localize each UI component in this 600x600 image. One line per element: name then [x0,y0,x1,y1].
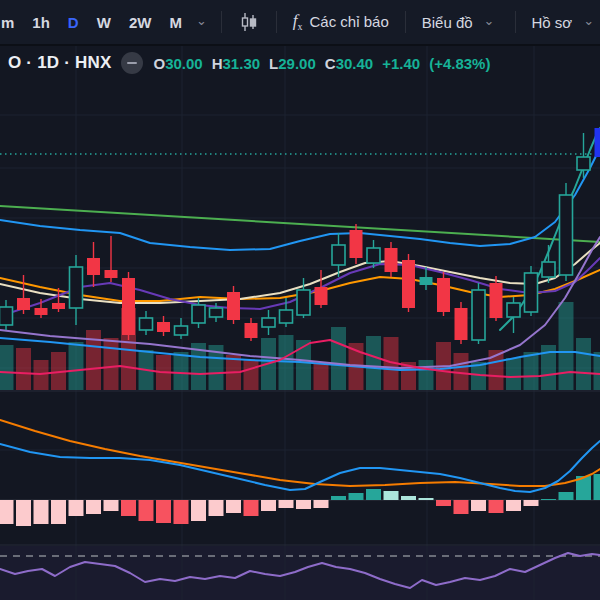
chart-canvas[interactable] [0,0,600,600]
change-value: +1.40 [382,55,420,72]
profile-menu-button[interactable]: Hồ sơ ⌄ [526,9,600,36]
candle-body-up [420,277,433,285]
collapse-legend-button[interactable] [121,52,143,74]
volume-bar [16,348,31,390]
ohlc-values: O30.00 H31.30 L29.00 C30.40 +1.40 (+4.83… [153,55,490,72]
macd-histogram-bar [349,493,364,500]
timeframe-button-1w[interactable]: W [89,9,119,36]
macd-histogram-bar [524,500,539,506]
fx-icon: fx [293,11,303,32]
candle-body-down [402,260,415,308]
indicators-button[interactable]: fx Các chỉ báo [287,6,395,37]
candle-body-down [490,283,503,318]
candle-body-down [350,230,363,258]
candle-body-up [70,267,83,308]
macd-histogram-bar [86,500,101,514]
volume-bar [506,358,521,390]
candle-body-up [472,290,485,340]
volume-bar [174,352,189,390]
macd-histogram-bar [454,500,469,514]
lower-pane-background [0,546,600,600]
macd-histogram-bar [296,500,311,509]
profile-chevron-down-icon: ⌄ [579,13,598,28]
close-label: C [325,55,336,72]
candle-body-down [437,278,450,312]
volume-bar [366,336,381,390]
timeframe-button-1h[interactable]: 1h [24,9,58,36]
candle-body-up [0,307,13,325]
timeframe-button-1d[interactable]: D [60,9,87,36]
low-value: 29.00 [278,55,316,72]
volume-bar [454,353,469,390]
volume-bar [34,360,49,390]
candle-body-up [560,195,573,275]
volume-bar [314,363,329,390]
macd-histogram-bar [314,500,329,508]
candle-body-up [262,318,275,327]
chart-menu-button[interactable]: Biểu đồ ⌄ [416,9,505,36]
macd-histogram-bar [244,500,259,516]
macd-histogram-bar [331,496,346,500]
macd-histogram-bar [69,500,84,516]
candle-body-up [280,310,293,323]
trading-app: m 1h D W 2W M ⌄ fx Các chỉ báo Biểu đồ ⌄ [0,0,600,600]
candle-body-down [105,270,118,278]
candle-body-down [17,298,30,310]
macd-histogram-bar [139,500,154,521]
timeframe-button-2w[interactable]: 2W [121,9,160,36]
timeframe-chevron-down-icon[interactable]: ⌄ [192,13,211,28]
macd-histogram-bar [279,500,294,508]
timeframe-button-m[interactable]: m [0,9,22,36]
macd-histogram-bar [156,500,171,523]
candle-body-up [542,262,555,277]
candle-body-down [52,303,65,309]
volume-bar [0,345,14,390]
macd-histogram-bar [104,500,119,511]
macd-histogram-bar [34,500,49,524]
low-label: L [269,55,278,72]
minus-icon [127,62,137,64]
macd-histogram-bar [209,500,224,516]
candle-body-up [297,290,310,315]
macd-histogram-bar [261,500,276,511]
candle-body-up [175,326,188,335]
candle-body-up [507,303,520,317]
macd-histogram-bar [489,500,504,513]
volume-bar [419,360,434,390]
macd-histogram-bar [559,492,574,500]
candle-body-down [245,323,258,338]
macd-histogram-bar [506,500,521,511]
toolbar-divider [276,11,277,33]
candle-body-up [332,245,345,265]
high-value: 31.30 [223,55,261,72]
volume-bar [104,338,119,390]
macd-histogram-bar [471,500,486,511]
candle-body-down [157,322,170,332]
macd-histogram-bar [436,500,451,506]
profile-label: Hồ sơ [532,14,573,31]
timeframe-button-1m[interactable]: M [161,9,190,36]
volume-bar [524,352,539,390]
macd-histogram-bar [226,500,241,513]
symbol-title: O · 1D · HNX [8,53,111,73]
macd-histogram-bar [594,474,600,500]
chart-style-button[interactable] [232,6,266,38]
candlestick-icon [238,11,260,33]
top-toolbar: m 1h D W 2W M ⌄ fx Các chỉ báo Biểu đồ ⌄ [0,0,600,46]
macd-histogram-bar [174,500,189,524]
candle-body-up [367,248,380,263]
macd-histogram-bar [384,491,399,500]
toolbar-divider [405,11,406,33]
volume-bar [69,342,84,390]
volume-bar [594,352,600,390]
symbol-legend: O · 1D · HNX O30.00 H31.30 L29.00 C30.40… [8,52,490,74]
candle-body-last-blue [595,128,600,157]
candle-body-down [87,258,100,275]
macd-histogram-bar [16,500,31,526]
volume-bar [331,327,346,390]
close-value: 30.40 [336,55,374,72]
candle-body-down [35,308,48,315]
macd-histogram-bar [121,500,136,516]
volume-bar [244,360,259,390]
candle-body-up [192,305,205,323]
